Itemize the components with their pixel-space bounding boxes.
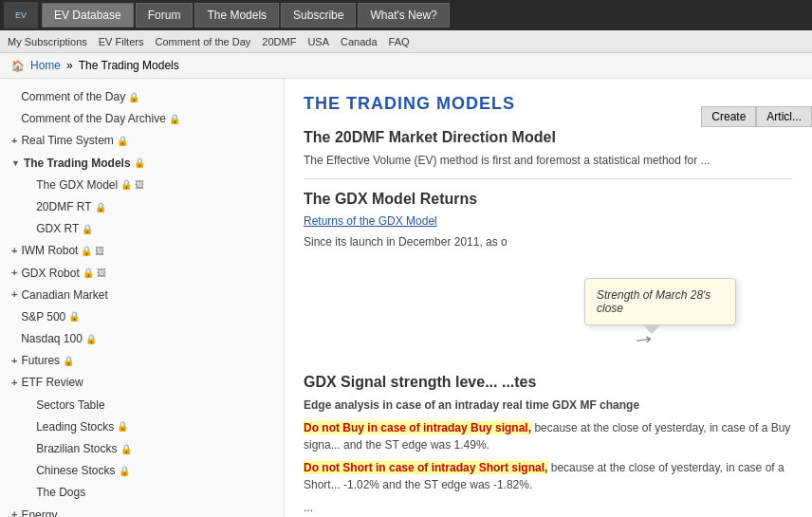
sidebar-label: The Trading Models — [24, 155, 131, 173]
breadcrumb-current: The Trading Models — [79, 59, 179, 72]
blank-icon — [27, 397, 32, 414]
lock-icon: 🔒 — [83, 266, 94, 281]
sidebar-item-leading-stocks[interactable]: Leading Stocks 🔒 — [0, 416, 284, 438]
expand-icon: + — [11, 133, 17, 150]
nav-whats-new[interactable]: What's New? — [358, 3, 449, 28]
section2-description: Since its launch in December 2011, as o — [304, 233, 793, 250]
lock-icon: 🔒 — [119, 464, 130, 479]
sidebar-item-sp500[interactable]: S&P 500 🔒 — [0, 306, 284, 328]
sidebar-label: Leading Stocks — [36, 418, 114, 436]
image-icon: 🖼 — [95, 244, 104, 259]
sidebar-item-etf-review[interactable]: + ETF Review — [0, 372, 284, 394]
top-nav: EV EV Database Forum The Models Subscrib… — [0, 0, 812, 30]
highlight2: Do not Short in case of intraday Short s… — [304, 461, 547, 474]
sidebar-label: Nasdaq 100 — [21, 330, 83, 348]
blank-icon — [27, 199, 32, 216]
section2-title: The GDX Model Returns — [304, 191, 793, 208]
nav-forum[interactable]: Forum — [136, 3, 194, 28]
sec-nav-my-subscriptions[interactable]: My Subscriptions — [8, 36, 87, 47]
lock-icon: 🔒 — [134, 156, 145, 171]
blank-icon — [27, 221, 32, 238]
callout: Strength of March 28's close ↙ — [584, 278, 736, 325]
sidebar-item-sectors-table[interactable]: Sectors Table — [0, 395, 284, 416]
sidebar-label: ETF Review — [21, 374, 83, 392]
nav-ev-database[interactable]: EV Database — [42, 3, 134, 28]
sidebar-item-gdx-rt[interactable]: GDX RT 🔒 — [0, 218, 284, 240]
sidebar-label: Chinese Stocks — [36, 462, 115, 480]
sidebar-label: Canadian Market — [21, 286, 107, 305]
blank-icon — [27, 463, 32, 480]
sidebar-label: Comment of the Day — [21, 88, 125, 106]
section3-line2: Do not Short in case of intraday Short s… — [304, 459, 793, 493]
breadcrumb-home[interactable]: Home — [30, 59, 61, 72]
blank-icon — [11, 111, 17, 128]
lock-icon: 🔒 — [117, 419, 128, 434]
sidebar-label: S&P 500 — [21, 308, 65, 326]
sidebar-item-20dmf-rt[interactable]: 20DMF RT 🔒 — [0, 196, 284, 218]
sidebar-label: The GDX Model — [36, 176, 118, 194]
section2-subtitle-link[interactable]: Returns of the GDX Model — [304, 214, 437, 228]
blank-icon — [27, 485, 32, 502]
section3-ellipsis: ... — [304, 499, 793, 516]
image-icon: 🖼 — [97, 266, 106, 281]
logo: EV — [4, 2, 38, 28]
sidebar-item-comment-of-day-archive[interactable]: Comment of the Day Archive 🔒 — [0, 108, 284, 130]
lock-icon: 🔒 — [68, 309, 80, 324]
section3-subtitle: Edge analysis in case of an intraday rea… — [304, 397, 793, 414]
sidebar-item-energy[interactable]: + Energy — [0, 505, 284, 517]
section3-title: GDX Signal strength leve... ...tes — [304, 374, 793, 391]
expand-icon: + — [11, 353, 17, 370]
lock-icon: 🔒 — [95, 200, 106, 215]
blank-icon — [27, 177, 32, 194]
collapse-icon: ▼ — [11, 157, 20, 170]
expand-icon: + — [11, 286, 17, 304]
sidebar-label: GDX RT — [36, 220, 79, 238]
lock-icon: 🔒 — [120, 177, 132, 193]
sidebar-label: GDX Robot — [21, 265, 79, 283]
nav-the-models[interactable]: The Models — [194, 3, 279, 28]
lock-icon: 🔒 — [85, 332, 97, 347]
sidebar-item-gdx-robot[interactable]: + GDX Robot 🔒 🖼 — [0, 263, 284, 285]
sidebar-item-brazilian-stocks[interactable]: Brazilian Stocks 🔒 — [0, 438, 284, 460]
expand-icon: + — [11, 507, 17, 517]
sidebar-item-futures[interactable]: + Futures 🔒 — [0, 350, 284, 372]
sec-nav-20dmf[interactable]: 20DMF — [262, 36, 296, 47]
sidebar-item-canadian-market[interactable]: + Canadian Market — [0, 285, 284, 306]
nav-subscribe[interactable]: Subscribe — [281, 3, 356, 28]
sidebar-label: Real Time System — [21, 132, 113, 150]
blank-icon — [11, 331, 17, 348]
expand-icon: + — [11, 375, 17, 392]
section3: GDX Signal strength leve... ...tes Edge … — [304, 374, 793, 516]
sec-nav-usa[interactable]: USA — [307, 36, 329, 47]
breadcrumb-separator: » — [66, 59, 73, 72]
sec-nav-canada[interactable]: Canada — [341, 36, 378, 47]
sidebar-item-gdx-model[interactable]: The GDX Model 🔒 🖼 — [0, 175, 284, 196]
blank-icon — [11, 309, 17, 326]
sec-nav-ev-filters[interactable]: EV Filters — [99, 36, 144, 47]
sidebar-label: Comment of the Day Archive — [21, 110, 166, 128]
sidebar-item-trading-models[interactable]: ▼ The Trading Models 🔒 — [0, 153, 284, 175]
sec-nav-faq[interactable]: FAQ — [389, 36, 410, 47]
expand-icon: + — [11, 265, 17, 282]
section1-title: The 20DMF Market Direction Model — [304, 129, 793, 146]
lock-icon: 🔒 — [128, 90, 139, 105]
sidebar-item-nasdaq100[interactable]: Nasdaq 100 🔒 — [0, 328, 284, 350]
sidebar-item-chinese-stocks[interactable]: Chinese Stocks 🔒 — [0, 460, 284, 482]
sidebar-item-the-dogs[interactable]: The Dogs — [0, 482, 284, 504]
sidebar-label: Futures — [21, 352, 60, 370]
section1-description: The Effective Volume (EV) method is firs… — [304, 152, 793, 169]
content-area: THE TRADING MODELS The 20DMF Market Dire… — [285, 79, 812, 517]
sidebar-label: IWM Robot — [21, 242, 78, 260]
secondary-nav: My Subscriptions EV Filters Comment of t… — [0, 30, 812, 53]
section3-line1: Do not Buy in case of intraday Buy signa… — [304, 419, 793, 453]
sidebar-label: Sectors Table — [36, 397, 105, 415]
lock-icon: 🔒 — [81, 244, 92, 259]
sidebar-item-real-time-system[interactable]: + Real Time System 🔒 — [0, 130, 284, 152]
sidebar-item-comment-of-day[interactable]: Comment of the Day 🔒 — [0, 86, 284, 108]
callout-text: Strength of March 28's close — [597, 288, 710, 315]
blank-icon — [11, 89, 17, 106]
sidebar-item-iwm-robot[interactable]: + IWM Robot 🔒 🖼 — [0, 240, 284, 262]
lock-icon: 🔒 — [120, 442, 132, 457]
sidebar-label: The Dogs — [36, 484, 85, 502]
sec-nav-comment-of-day[interactable]: Comment of the Day — [155, 36, 250, 47]
